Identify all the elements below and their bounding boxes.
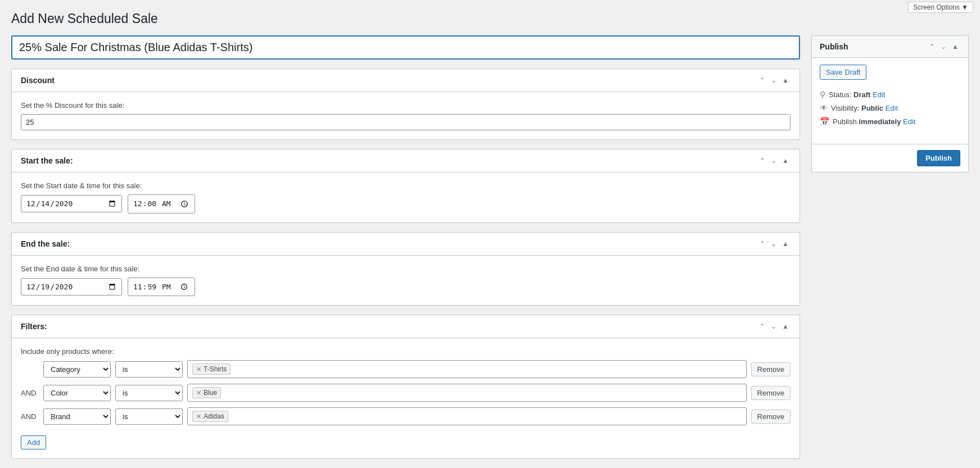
include-products-label: Include only products where:	[21, 347, 791, 356]
publish-collapse-up-btn[interactable]: ⌃	[928, 42, 937, 52]
start-sale-panel-header: Start the sale: ⌃ ⌄ ▲	[12, 149, 800, 172]
status-edit-link[interactable]: Edit	[873, 90, 885, 99]
filter-tag-label-2: Adidas	[204, 412, 224, 420]
publish-button[interactable]: Publish	[917, 150, 960, 166]
end-date-input[interactable]	[21, 278, 122, 296]
filter-tag-0: ✕ T-Shirts	[192, 364, 231, 375]
filter-tag-label-1: Blue	[204, 389, 217, 397]
filters-collapse-up-btn[interactable]: ⌃	[758, 322, 767, 331]
discount-collapse-up-btn[interactable]: ⌃	[758, 76, 767, 85]
start-sale-panel-title: Start the sale:	[21, 156, 73, 165]
filter-inner-1: AND Category Color Brand is is not	[21, 384, 747, 402]
status-label: Status: Draft Edit	[829, 90, 885, 99]
publish-header-controls: ⌃ ⌄ ▲	[928, 42, 960, 52]
publish-panel-header: Publish ⌃ ⌄ ▲	[812, 36, 968, 58]
visibility-edit-link[interactable]: Edit	[886, 104, 898, 112]
visibility-icon: 👁	[820, 103, 828, 112]
filter-remove-btn-2[interactable]: Remove	[751, 410, 791, 424]
discount-label: Set the % Discount for this sale:	[21, 101, 791, 110]
discount-collapse-down-btn[interactable]: ⌄	[769, 76, 778, 85]
publish-time-meta-item: 📅 Publish immediately Edit	[820, 115, 960, 128]
start-sale-toggle-btn[interactable]: ▲	[780, 156, 791, 165]
end-sale-collapse-up-btn[interactable]: ⌃	[758, 239, 767, 248]
filter-tag-label-0: T-Shirts	[204, 365, 227, 373]
publish-panel-footer: Publish	[812, 144, 968, 172]
filter-attribute-select-1[interactable]: Category Color Brand	[43, 385, 111, 401]
start-sale-panel-controls: ⌃ ⌄ ▲	[758, 156, 791, 165]
discount-input[interactable]	[21, 114, 791, 130]
filter-inner-2: AND Category Color Brand is is not	[21, 407, 747, 425]
filter-row-0: Category Color Brand is is not ✕	[21, 360, 791, 378]
filter-tag-2: ✕ Adidas	[192, 411, 228, 422]
start-sale-panel: Start the sale: ⌃ ⌄ ▲ Set the Start date…	[11, 149, 800, 223]
start-sale-collapse-down-btn[interactable]: ⌄	[769, 156, 778, 165]
filter-and-label-1: AND	[21, 389, 39, 397]
sale-title-input[interactable]	[11, 35, 800, 60]
end-sale-panel-title: End the sale:	[21, 239, 70, 248]
start-sale-collapse-up-btn[interactable]: ⌃	[758, 156, 767, 165]
end-sale-panel: End the sale: ⌃ ⌄ ▲ Set the End date & t…	[11, 232, 800, 306]
add-filter-button[interactable]: Add	[21, 435, 46, 449]
filter-condition-select-2[interactable]: is is not	[115, 408, 183, 425]
filter-remove-btn-0[interactable]: Remove	[751, 362, 791, 376]
end-sale-toggle-btn[interactable]: ▲	[780, 239, 791, 248]
filter-tag-remove-2[interactable]: ✕	[196, 413, 201, 420]
publish-panel: Publish ⌃ ⌄ ▲ Save Draft ⚲ Status:	[811, 35, 969, 172]
discount-panel-title: Discount	[21, 76, 55, 85]
end-datetime-row	[21, 278, 791, 297]
start-date-label: Set the Start date & time for this sale:	[21, 181, 791, 190]
publish-time-edit-link[interactable]: Edit	[903, 117, 915, 126]
discount-panel-body: Set the % Discount for this sale:	[12, 92, 800, 139]
end-sale-panel-body: Set the End date & time for this sale:	[12, 256, 800, 306]
filter-condition-select-0[interactable]: is is not	[115, 361, 183, 378]
filters-panel-title: Filters:	[21, 322, 47, 331]
start-date-input[interactable]	[21, 195, 122, 212]
filter-condition-select-1[interactable]: is is not	[115, 385, 183, 401]
status-icon: ⚲	[820, 90, 825, 99]
screen-options-button[interactable]: Screen Options ▼	[908, 2, 973, 13]
visibility-meta-item: 👁 Visibility: Public Edit	[820, 101, 960, 115]
start-time-input[interactable]	[128, 194, 195, 213]
filter-row-2: AND Category Color Brand is is not	[21, 407, 791, 425]
filter-tag-container-1: ✕ Blue	[187, 384, 747, 402]
page-title: Add New Scheduled Sale	[11, 11, 969, 26]
save-draft-button[interactable]: Save Draft	[820, 65, 866, 80]
filter-attribute-select-2[interactable]: Category Color Brand	[43, 408, 111, 425]
publish-panel-title: Publish	[820, 42, 848, 51]
filter-tag-remove-1[interactable]: ✕	[196, 389, 201, 397]
filters-panel-header: Filters: ⌃ ⌄ ▲	[12, 315, 800, 338]
filter-and-label-2: AND	[21, 412, 39, 421]
start-datetime-row	[21, 194, 791, 213]
publish-time-label: Publish immediately Edit	[833, 117, 915, 126]
status-meta-item: ⚲ Status: Draft Edit	[820, 88, 960, 101]
calendar-icon: 📅	[820, 117, 829, 126]
publish-collapse-down-btn[interactable]: ⌄	[939, 42, 948, 52]
discount-panel-header: Discount ⌃ ⌄ ▲	[12, 69, 800, 92]
publish-panel-body: Save Draft ⚲ Status: Draft Edit 👁	[812, 58, 968, 144]
filters-collapse-down-btn[interactable]: ⌄	[769, 322, 778, 331]
filter-tag-container-0: ✕ T-Shirts	[187, 360, 747, 378]
discount-toggle-btn[interactable]: ▲	[780, 76, 791, 85]
visibility-label: Visibility: Public Edit	[831, 104, 898, 112]
filters-toggle-btn[interactable]: ▲	[780, 322, 791, 331]
discount-panel-controls: ⌃ ⌄ ▲	[758, 76, 791, 85]
end-date-label: Set the End date & time for this sale:	[21, 265, 791, 273]
filter-tag-remove-0[interactable]: ✕	[196, 366, 201, 373]
discount-panel: Discount ⌃ ⌄ ▲ Set the % Discount for th…	[11, 69, 800, 140]
publish-toggle-btn[interactable]: ▲	[950, 42, 960, 52]
sidebar: Publish ⌃ ⌄ ▲ Save Draft ⚲ Status:	[811, 35, 969, 172]
publish-meta: ⚲ Status: Draft Edit 👁 Visibility:	[820, 88, 960, 128]
filter-attribute-select-0[interactable]: Category Color Brand	[43, 361, 111, 378]
content-area: Discount ⌃ ⌄ ▲ Set the % Discount for th…	[11, 35, 800, 468]
end-time-input[interactable]	[128, 278, 195, 297]
status-value: Draft	[853, 90, 870, 99]
end-sale-panel-header: End the sale: ⌃ ⌄ ▲	[12, 233, 800, 256]
end-sale-collapse-down-btn[interactable]: ⌄	[769, 239, 778, 248]
filters-panel-body: Include only products where: Category Co…	[12, 338, 800, 458]
visibility-value: Public	[861, 104, 883, 112]
filter-remove-btn-1[interactable]: Remove	[751, 386, 791, 400]
filters-panel-controls: ⌃ ⌄ ▲	[758, 322, 791, 331]
publish-when-value: immediately	[859, 117, 901, 126]
filter-tag-1: ✕ Blue	[192, 387, 221, 398]
start-sale-panel-body: Set the Start date & time for this sale:	[12, 172, 800, 222]
